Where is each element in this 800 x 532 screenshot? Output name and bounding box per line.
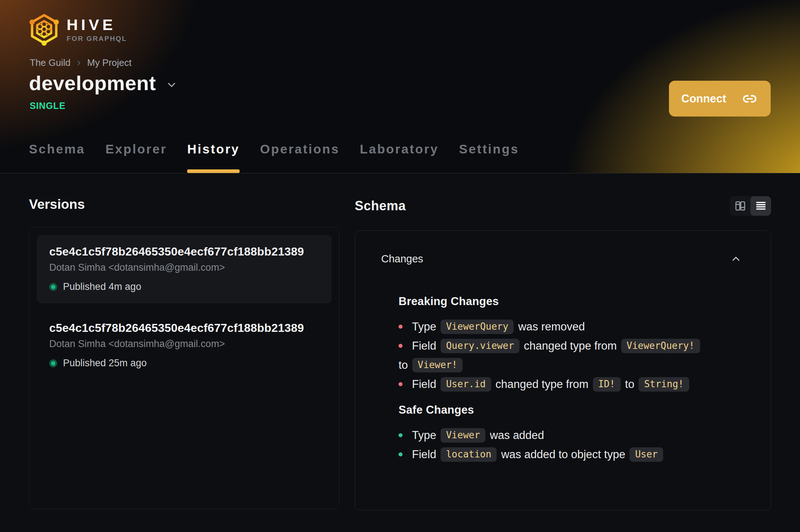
columns-view-button[interactable] [730, 196, 750, 216]
page: HIVE FOR GRAPHQL The Guild My Project de… [0, 0, 800, 532]
target-mode-badge: SINGLE [30, 101, 66, 111]
code-chip: Query.viewer [441, 339, 519, 353]
chevron-up-icon [730, 253, 742, 265]
code-chip: Viewer! [412, 358, 463, 372]
versions-section: Versions c5e4c1c5f78b26465350e4ecf677cf1… [29, 173, 340, 510]
brand-tagline: FOR GRAPHQL [67, 35, 127, 43]
page-title: development [29, 72, 156, 95]
change-group: Breaking ChangesTypeViewerQuerywas remov… [399, 295, 742, 394]
change-group-title: Safe Changes [399, 403, 742, 417]
bullet-icon [399, 344, 403, 348]
schema-heading: Schema [355, 198, 406, 214]
versions-list: c5e4c1c5f78b26465350e4ecf677cf188bb21389… [29, 227, 340, 509]
tab-history[interactable]: History [187, 142, 240, 173]
code-chip: ViewerQuery! [621, 339, 700, 353]
code-chip: User.id [441, 377, 491, 392]
code-chip: User [630, 447, 663, 462]
bullet-icon [399, 325, 403, 329]
change-item: FieldQuery.viewerchanged type fromViewer… [399, 336, 742, 375]
bullet-icon [399, 433, 403, 437]
tab-explorer[interactable]: Explorer [105, 142, 167, 173]
header: HIVE FOR GRAPHQL The Guild My Project de… [0, 0, 800, 173]
collapse-button[interactable] [730, 253, 742, 265]
title-row: development [29, 72, 178, 95]
changes-panel: Changes Breaking ChangesTypeViewerQueryw… [355, 231, 771, 510]
versions-heading: Versions [29, 197, 340, 212]
chevron-down-icon [165, 79, 178, 91]
breadcrumb: The Guild My Project [30, 57, 132, 68]
change-group-title: Breaking Changes [399, 295, 742, 308]
version-hash: c5e4c1c5f78b26465350e4ecf677cf188bb21389 [49, 321, 319, 335]
changes-body: Breaking ChangesTypeViewerQuerywas remov… [399, 295, 742, 464]
version-hash: c5e4c1c5f78b26465350e4ecf677cf188bb21389 [49, 244, 319, 259]
code-chip: location [441, 447, 497, 462]
version-status-text: Published 4m ago [63, 281, 141, 292]
logo-text: HIVE FOR GRAPHQL [67, 17, 127, 42]
bullet-icon [399, 382, 403, 386]
change-item: FieldUser.idchanged type fromID!toString… [399, 375, 742, 394]
code-chip: Viewer [441, 428, 485, 443]
change-group: Safe ChangesTypeViewerwas addedFieldloca… [399, 403, 742, 464]
published-dot-icon [49, 359, 57, 367]
version-status: Published 4m ago [49, 281, 319, 292]
code-chip: ViewerQuery [441, 320, 514, 334]
content: Versions c5e4c1c5f78b26465350e4ecf677cf1… [0, 173, 800, 510]
chevron-right-icon [75, 59, 83, 67]
change-item: TypeViewerwas added [399, 426, 742, 445]
link-icon [742, 92, 757, 106]
bullet-icon [399, 452, 403, 456]
tab-schema[interactable]: Schema [29, 142, 85, 173]
tab-bar: SchemaExplorerHistoryOperationsLaborator… [29, 142, 519, 173]
schema-header: Schema [355, 196, 771, 216]
changes-header: Changes [381, 253, 742, 265]
version-status-text: Published 25m ago [63, 358, 147, 369]
hive-logo[interactable]: HIVE FOR GRAPHQL [29, 13, 127, 46]
published-dot-icon [49, 283, 57, 291]
columns-icon [734, 200, 746, 212]
breadcrumb-org[interactable]: The Guild [30, 57, 71, 68]
target-switcher-button[interactable] [165, 79, 178, 91]
version-card[interactable]: c5e4c1c5f78b26465350e4ecf677cf188bb21389… [37, 235, 332, 303]
list-icon [755, 200, 767, 212]
change-item: Fieldlocationwas added to object typeUse… [399, 445, 742, 464]
change-list: TypeViewerwas addedFieldlocationwas adde… [399, 426, 742, 464]
schema-section: Schema [355, 173, 771, 510]
version-author: Dotan Simha <dotansimha@gmail.com> [49, 262, 319, 273]
version-author: Dotan Simha <dotansimha@gmail.com> [49, 338, 319, 350]
brand-name: HIVE [67, 17, 127, 33]
change-item: TypeViewerQuerywas removed [399, 317, 742, 336]
connect-button[interactable]: Connect [669, 81, 771, 117]
code-chip: ID! [593, 377, 621, 392]
tab-operations[interactable]: Operations [260, 142, 340, 173]
version-status: Published 25m ago [49, 358, 319, 369]
list-view-button[interactable] [750, 196, 771, 216]
hive-logo-icon [29, 13, 59, 46]
version-card[interactable]: c5e4c1c5f78b26465350e4ecf677cf188bb21389… [37, 311, 332, 380]
tab-laboratory[interactable]: Laboratory [360, 142, 439, 173]
connect-label: Connect [681, 92, 726, 105]
code-chip: String! [639, 377, 689, 392]
changes-title: Changes [381, 253, 423, 265]
breadcrumb-project[interactable]: My Project [87, 57, 132, 68]
view-toggle [730, 196, 771, 216]
change-list: TypeViewerQuerywas removedFieldQuery.vie… [399, 317, 742, 394]
tab-settings[interactable]: Settings [459, 142, 519, 173]
